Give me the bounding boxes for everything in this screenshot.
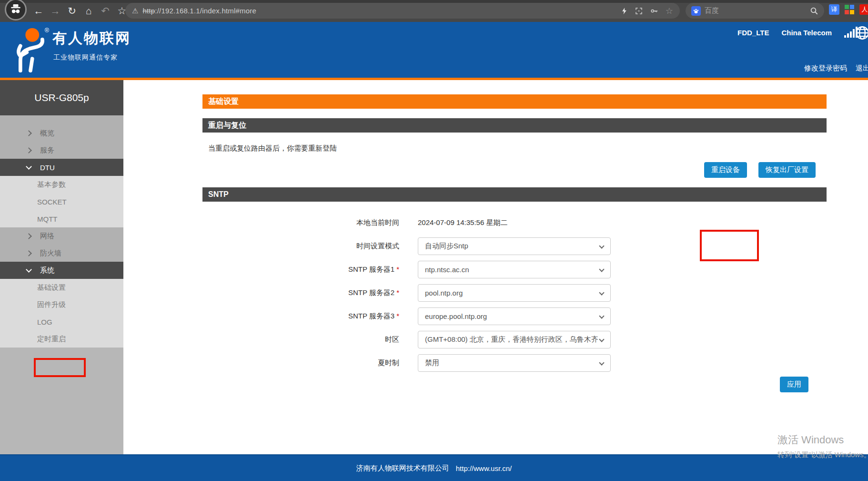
search-magnifier-icon[interactable] bbox=[810, 7, 818, 15]
sidebar-item-firewall[interactable]: 防火墙 bbox=[0, 245, 123, 262]
selected-value: 禁用 bbox=[425, 358, 439, 368]
field-label: 时间设置模式 bbox=[202, 242, 399, 251]
field-label: 时区 bbox=[202, 335, 399, 344]
url-text[interactable]: http://192.168.1.1/index.html#more bbox=[142, 7, 256, 15]
required-asterisk: * bbox=[396, 312, 399, 320]
sntp-server-3-select[interactable]: europe.pool.ntp.org bbox=[418, 307, 611, 325]
usr-logo: ® bbox=[7, 26, 52, 75]
selected-value: 自动同步Sntp bbox=[425, 242, 468, 251]
sidebar-item-label: LOG bbox=[37, 318, 52, 326]
form-row-sntp-server-1: SNTP 服务器1*ntp.ntsc.ac.cn bbox=[202, 258, 827, 281]
form-row-local-time: 本地当前时间2024-07-09 14:35:56 星期二 bbox=[202, 211, 827, 235]
sntp-section-title: SNTP bbox=[202, 187, 827, 202]
undo-icon[interactable]: ↶ bbox=[100, 5, 111, 17]
change-password-link[interactable]: 修改登录密码 bbox=[804, 64, 847, 73]
chevron-down-icon bbox=[599, 313, 604, 318]
sidebar-item-label: 基础设置 bbox=[37, 283, 66, 292]
form-row-timezone: 时区(GMT+08:00) 北京，重庆，香港特别行政区，乌鲁木齐 bbox=[202, 328, 827, 351]
acrobat-extension-icon[interactable]: 人 bbox=[859, 4, 868, 15]
sidebar-item-label: DTU bbox=[40, 164, 55, 172]
extensions-grid-icon[interactable] bbox=[845, 5, 854, 14]
sidebar-menu: 概览服务DTU基本参数SOCKETMQTT网络防火墙系统基础设置固件升级LOG定… bbox=[0, 124, 123, 348]
logout-link[interactable]: 退出 bbox=[856, 64, 868, 73]
flash-icon[interactable] bbox=[621, 7, 628, 15]
chevron-right-icon bbox=[26, 147, 32, 154]
screenshot-icon[interactable] bbox=[635, 7, 643, 15]
page-footer: 济南有人物联网技术有限公司 http://www.usr.cn/ bbox=[0, 454, 868, 481]
sidebar-item-firmware-upgrade[interactable]: 固件升级 bbox=[0, 296, 123, 313]
sidebar-item-basic-params[interactable]: 基本参数 bbox=[0, 176, 123, 193]
main-panel: 基础设置 重启与复位 当重启或复位路由器后，你需要重新登陆 重启设备 恢复出厂设… bbox=[123, 80, 868, 454]
sidebar-item-dtu[interactable]: DTU bbox=[0, 159, 123, 176]
time-mode-select[interactable]: 自动同步Sntp bbox=[418, 237, 611, 255]
restart-note: 当重启或复位路由器后，你需要重新登陆 bbox=[202, 144, 827, 153]
language-globe-icon[interactable] bbox=[854, 25, 868, 43]
required-asterisk: * bbox=[396, 288, 399, 297]
sidebar-item-label: MQTT bbox=[37, 215, 58, 223]
field-label: SNTP 服务器2* bbox=[202, 288, 399, 297]
field-label: 夏时制 bbox=[202, 358, 399, 368]
brand-title: 有人物联网 bbox=[52, 29, 131, 48]
app-header: ® 有人物联网 工业物联网通信专家 FDD_LTE China Telecom … bbox=[0, 22, 868, 78]
password-key-icon[interactable] bbox=[650, 7, 659, 15]
factory-reset-button[interactable]: 恢复出厂设置 bbox=[758, 162, 816, 178]
required-asterisk: * bbox=[396, 265, 399, 273]
sidebar-item-overview[interactable]: 概览 bbox=[0, 124, 123, 142]
not-secure-warning-icon[interactable]: ⚠ bbox=[132, 7, 138, 15]
network-type: FDD_LTE bbox=[737, 29, 769, 37]
selected-value: ntp.ntsc.ac.cn bbox=[425, 266, 469, 274]
sidebar-item-scheduled-restart[interactable]: 定时重启 bbox=[0, 330, 123, 348]
chevron-down-icon bbox=[599, 337, 604, 342]
form-row-sntp-server-2: SNTP 服务器2*pool.ntp.org bbox=[202, 281, 827, 305]
address-bar[interactable]: ⚠ http://192.168.1.1/index.html#more ☆ bbox=[125, 3, 680, 19]
sidebar-item-label: 网络 bbox=[40, 232, 54, 241]
field-label: SNTP 服务器1* bbox=[202, 265, 399, 274]
sidebar-item-label: SOCKET bbox=[37, 198, 67, 206]
apply-button[interactable]: 应用 bbox=[780, 377, 808, 392]
sidebar-item-label: 系统 bbox=[40, 266, 54, 275]
chevron-down-icon bbox=[599, 290, 604, 295]
selected-value: europe.pool.ntp.org bbox=[425, 312, 487, 320]
sntp-server-2-select[interactable]: pool.ntp.org bbox=[418, 284, 611, 302]
sidebar-item-log[interactable]: LOG bbox=[0, 313, 123, 330]
bookmark-page-icon[interactable]: ☆ bbox=[666, 6, 673, 16]
sidebar-item-service[interactable]: 服务 bbox=[0, 142, 123, 159]
brand-subtitle: 工业物联网通信专家 bbox=[53, 53, 118, 62]
chevron-down-icon bbox=[26, 266, 32, 273]
sidebar-item-label: 固件升级 bbox=[37, 300, 66, 309]
restart-section-title: 重启与复位 bbox=[202, 118, 827, 133]
header-accent-line bbox=[0, 78, 868, 80]
forward-icon[interactable]: → bbox=[50, 5, 61, 17]
field-label: 本地当前时间 bbox=[202, 218, 399, 227]
dst-select[interactable]: 禁用 bbox=[418, 354, 611, 372]
search-placeholder[interactable]: 百度 bbox=[705, 6, 719, 15]
sidebar-item-mqtt[interactable]: MQTT bbox=[0, 210, 123, 227]
chevron-down-icon bbox=[599, 266, 604, 272]
timezone-select[interactable]: (GMT+08:00) 北京，重庆，香港特别行政区，乌鲁木齐 bbox=[418, 331, 611, 348]
form-row-sntp-server-3: SNTP 服务器3*europe.pool.ntp.org bbox=[202, 305, 827, 328]
browser-toolbar: ← → ↻ ⌂ ↶ ☆ ⚠ http://192.168.1.1/index.h… bbox=[0, 0, 868, 22]
search-box[interactable]: 百度 bbox=[686, 3, 824, 19]
sntp-server-1-select[interactable]: ntp.ntsc.ac.cn bbox=[418, 261, 611, 278]
sidebar-item-socket[interactable]: SOCKET bbox=[0, 193, 123, 210]
selected-value: pool.ntp.org bbox=[425, 289, 463, 297]
device-model-title: USR-G805p bbox=[0, 80, 123, 115]
home-icon[interactable]: ⌂ bbox=[83, 5, 94, 17]
local-time-value: 2024-07-09 14:35:56 星期二 bbox=[418, 218, 507, 227]
reload-icon[interactable]: ↻ bbox=[67, 5, 77, 17]
chevron-down-icon bbox=[26, 164, 32, 170]
sidebar-item-network[interactable]: 网络 bbox=[0, 227, 123, 245]
restart-device-button[interactable]: 重启设备 bbox=[704, 162, 747, 178]
form-row-time-mode: 时间设置模式自动同步Sntp bbox=[202, 235, 827, 258]
sntp-form: 本地当前时间2024-07-09 14:35:56 星期二时间设置模式自动同步S… bbox=[202, 211, 827, 375]
field-label: SNTP 服务器3* bbox=[202, 312, 399, 321]
sidebar-item-basic-settings[interactable]: 基础设置 bbox=[0, 279, 123, 296]
menu-spacer bbox=[0, 115, 123, 124]
back-icon[interactable]: ← bbox=[33, 5, 44, 17]
footer-website-link[interactable]: http://www.usr.cn/ bbox=[456, 464, 512, 472]
sidebar-item-label: 概览 bbox=[40, 129, 54, 138]
sidebar-item-system[interactable]: 系统 bbox=[0, 262, 123, 279]
page-title-bar: 基础设置 bbox=[202, 94, 827, 109]
chevron-down-icon bbox=[599, 360, 604, 365]
translate-extension-icon[interactable]: 译 bbox=[829, 4, 839, 15]
